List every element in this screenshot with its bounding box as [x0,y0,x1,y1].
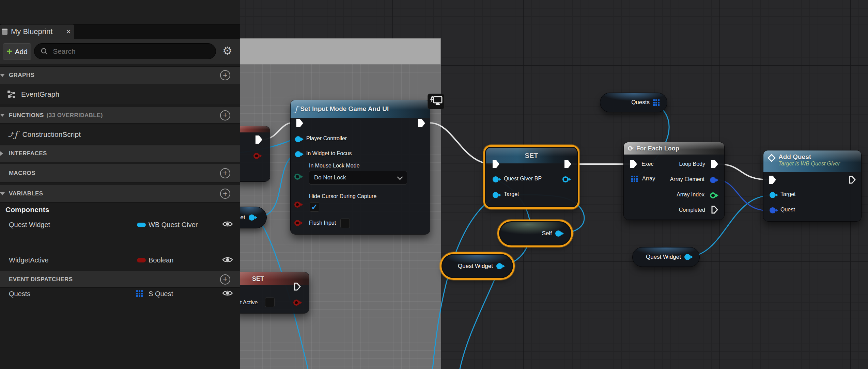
eye-icon[interactable] [222,220,233,229]
target-pin[interactable] [770,192,776,198]
completed-pin[interactable] [711,206,718,214]
hide-cursor-checkbox[interactable] [310,202,319,212]
quest-widget-pin[interactable] [684,254,691,260]
search-bar[interactable] [34,43,216,59]
eye-icon[interactable] [222,289,233,298]
pin-label: In Widget to Focus [306,150,352,157]
comment-box-titlebar[interactable] [238,38,441,65]
add-button-label: Add [15,48,28,56]
variable-row-quests[interactable]: Quests S Quest [0,285,240,302]
quest-widget-pin[interactable] [496,263,502,269]
section-functions[interactable]: FUNCTIONS (33 OVERRIDABLE) + [0,107,240,124]
add-button[interactable]: + Add [3,43,31,60]
exec-out-pin[interactable] [294,283,301,291]
chevron-down-icon[interactable] [0,74,5,77]
node-set-input-mode[interactable]: ƒ Set Input Mode Game And UI Player Cont… [291,100,430,234]
variable-type: WB Quest Giver [149,221,198,229]
node-title: SET [252,275,264,283]
eye-icon[interactable] [222,256,233,265]
chevron-down-icon[interactable] [0,192,5,195]
ui-preview-monitor-icon [428,94,444,109]
in-widget-to-focus-pin[interactable] [295,151,301,157]
node-for-each-loop[interactable]: ⟳ For Each Loop Exec Loop Body Array Arr… [624,142,724,220]
flush-input-checkbox[interactable] [340,219,350,228]
mouse-lock-mode-dropdown[interactable]: Do Not Lock [309,171,407,184]
close-icon[interactable]: × [66,28,71,36]
array-element-pin[interactable] [710,177,716,183]
variable-name: Quest Widget [9,221,50,229]
sidebar-item-constructionscript[interactable]: ⤴ƒ ConstructionScript [0,125,240,144]
quest-giver-bp-out-pin[interactable] [562,176,569,182]
bool-pin[interactable] [253,153,260,159]
search-input[interactable] [52,47,210,56]
variable-label: Self [542,230,552,237]
bool-out-pin[interactable] [293,300,299,306]
section-macros[interactable]: MACROS + [0,164,240,182]
add-graph-button[interactable]: + [220,70,230,80]
exec-in-pin[interactable] [630,160,637,168]
quests-array-pin[interactable] [653,99,655,101]
array-index-pin[interactable] [710,192,716,198]
sidebar-item-eventgraph[interactable]: EventGraph [0,84,240,104]
section-variables[interactable]: VARIABLES + [0,185,240,203]
chevron-down-icon[interactable] [0,114,5,117]
node-self[interactable]: Self [500,222,570,244]
exec-out-pin[interactable] [255,135,262,144]
widget-pin[interactable] [249,214,255,221]
node-get-quests[interactable]: Quests [600,93,667,112]
section-label: MACROS [9,170,35,177]
loop-body-pin[interactable] [711,160,718,168]
hide-cursor-pin[interactable] [294,202,300,208]
gear-icon[interactable]: ⚙ [222,45,232,56]
node-header[interactable]: SET [486,148,577,163]
flush-input-pin[interactable] [294,220,300,226]
exec-in-pin[interactable] [296,119,303,127]
add-event-dispatcher-button[interactable]: + [220,274,230,285]
pin-label: In Mouse Lock Mode [309,163,360,169]
target-pin[interactable] [493,192,499,198]
variable-row-widgetactive[interactable]: WidgetActive Boolean [0,252,240,268]
add-variable-button[interactable]: + [220,189,230,199]
widget-active-checkbox[interactable] [265,298,275,307]
variable-row-quest-widget[interactable]: Quest Widget WB Quest Giver [0,216,240,234]
pin-label: Completed [679,207,705,213]
self-pin[interactable] [555,230,561,237]
node-header[interactable]: ƒ Set Input Mode Game And UI [291,100,430,118]
section-label: INTERFACES [9,150,47,157]
section-interfaces[interactable]: INTERFACES [0,145,240,162]
node-title: Add Quest [778,153,840,161]
chevron-right-icon[interactable] [0,151,3,156]
node-header[interactable]: Add Quest Target is WB Quest Giver [763,150,861,172]
panel-top-strip [0,0,240,25]
section-event-dispatchers[interactable]: EVENT DISPATCHERS + [0,271,240,288]
node-add-quest[interactable]: Add Quest Target is WB Quest Giver Targe… [763,150,861,221]
exec-out-pin[interactable] [849,176,856,184]
tab-my-blueprint[interactable]: My Blueprint × [0,25,74,39]
pin-label: Array Element [670,176,704,182]
in-mouse-lock-mode-pin[interactable] [294,174,300,180]
section-suffix: (33 OVERRIDABLE) [47,112,103,119]
pin-label: Player Controller [306,135,347,142]
add-function-button[interactable]: + [220,110,230,121]
quest-giver-bp-pin[interactable] [493,176,499,182]
node-get-quest-widget-b[interactable]: Quest Widget [633,247,699,267]
node-get-quest-widget-a[interactable]: Quest Widget [443,255,512,277]
loop-icon: ⟳ [628,144,634,153]
bool-type-icon [137,258,146,262]
player-controller-pin[interactable] [295,136,301,142]
function-icon: ⤴ƒ [7,129,17,140]
event-diamond-icon [768,154,776,162]
exec-in-pin[interactable] [769,176,776,184]
item-label: ConstructionScript [22,130,81,139]
section-label: GRAPHS [9,72,34,79]
array-pin[interactable] [631,176,633,177]
exec-out-pin[interactable] [418,119,425,127]
variable-label: Quest Widget [458,263,493,270]
panel-toolbar: + Add ⚙ [0,39,240,64]
add-macro-button[interactable]: + [220,168,230,178]
node-header[interactable]: ⟳ For Each Loop [624,142,724,155]
node-set-widget-active[interactable]: SET et Active [234,272,309,313]
node-set-quest-giver-bp[interactable]: SET Quest Giver BP Target [486,148,577,206]
section-graphs[interactable]: GRAPHS + [0,66,240,84]
quest-pin[interactable] [770,207,776,213]
